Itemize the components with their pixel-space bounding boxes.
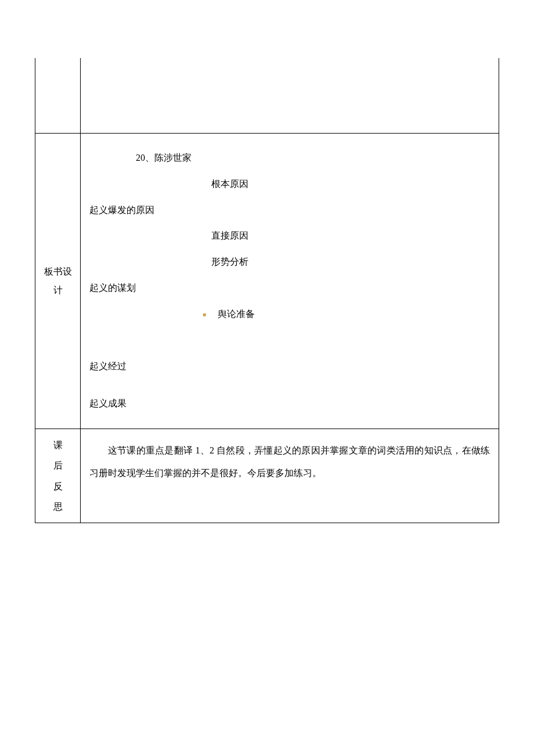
reflection-char-2: 后 [53, 455, 63, 476]
row2-right-cell: 20、陈涉世家 根本原因 起义爆发的原因 直接原因 形势分析 起义的谋划 ■舆论… [81, 134, 499, 429]
gap-spacer-small [89, 379, 490, 391]
row3-left-cell: 课 后 反 思 [35, 429, 81, 523]
row-board-design: 板书设 计 20、陈涉世家 根本原因 起义爆发的原因 直接原因 形势分析 起义的… [35, 134, 499, 429]
lesson-title: 20、陈涉世家 [89, 145, 490, 171]
board-design-label: 板书设 计 [44, 262, 72, 300]
reflection-char-1: 课 [53, 435, 63, 455]
cause-main: 起义爆发的原因 [89, 197, 490, 224]
row1-left-cell [35, 58, 81, 133]
row-reflection: 课 后 反 思 这节课的重点是翻译 1、2 自然段，弄懂起义的原因并掌握文章的词… [35, 429, 499, 523]
reflection-char-3: 反 [53, 476, 63, 496]
opinion-prep-line: ■舆论准备 [89, 301, 490, 327]
document-table: 板书设 计 20、陈涉世家 根本原因 起义爆发的原因 直接原因 形势分析 起义的… [35, 58, 499, 523]
reflection-char-4: 思 [53, 496, 63, 517]
gap-spacer [89, 327, 490, 354]
bullet-marker-icon: ■ [203, 311, 206, 318]
row3-right-cell: 这节课的重点是翻译 1、2 自然段，弄懂起义的原因并掌握文章的词类活用的知识点，… [81, 429, 499, 523]
uprising-process: 起义经过 [89, 354, 490, 380]
row2-left-cell: 板书设 计 [35, 134, 81, 429]
opinion-prep: 舆论准备 [218, 309, 255, 319]
uprising-result: 起义成果 [89, 391, 490, 417]
board-design-label-line1: 板书设 [44, 262, 72, 281]
reflection-label: 课 后 反 思 [53, 435, 63, 517]
cause-root: 根本原因 [89, 171, 490, 197]
plan-main: 起义的谋划 [89, 275, 490, 301]
row-empty [35, 58, 499, 134]
situation-analysis: 形势分析 [89, 249, 490, 275]
cause-direct: 直接原因 [89, 223, 490, 249]
row1-right-cell [81, 58, 499, 133]
reflection-content: 这节课的重点是翻译 1、2 自然段，弄懂起义的原因并掌握文章的词类活用的知识点，… [89, 440, 490, 484]
board-design-label-line2: 计 [44, 281, 72, 300]
